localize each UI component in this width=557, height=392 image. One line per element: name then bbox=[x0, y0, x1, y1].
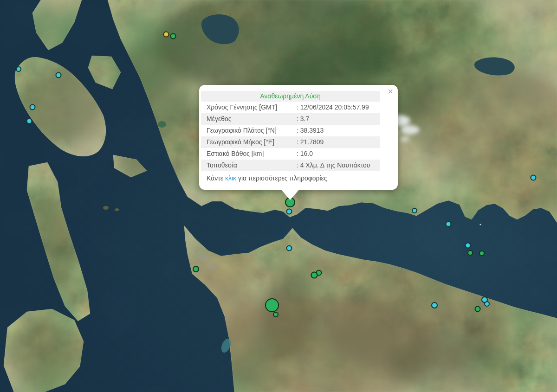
earthquake-marker[interactable] bbox=[431, 302, 438, 308]
popup-row-value: : 3.7 bbox=[297, 113, 309, 125]
map-viewport: × Αναθεωρημένη Λύση Χρόνος Γέννησης [GMT… bbox=[0, 0, 557, 392]
popup-row: Τοποθεσία: 4 Χλμ. Δ της Ναυπάκτου bbox=[201, 160, 380, 171]
earthquake-marker[interactable] bbox=[26, 118, 32, 124]
popup-row-label: Χρόνος Γέννησης [GMT] bbox=[207, 102, 297, 113]
earthquake-marker[interactable] bbox=[286, 209, 292, 215]
popup-footer: Κάντε κλικ για περισσότερες πληροφορίες bbox=[201, 171, 380, 184]
earthquake-marker[interactable] bbox=[286, 245, 292, 251]
earthquake-marker[interactable] bbox=[30, 104, 36, 110]
popup-row-value: : 12/06/2024 20:05:57.99 bbox=[297, 102, 369, 113]
earthquake-marker[interactable] bbox=[531, 175, 537, 181]
earthquake-marker[interactable] bbox=[481, 296, 488, 303]
popup-row-label: Γεωγραφικό Πλάτος [°N] bbox=[207, 125, 297, 136]
earthquake-marker[interactable] bbox=[170, 33, 176, 39]
earthquake-marker[interactable] bbox=[265, 298, 279, 312]
popup-row-value: : 38.3913 bbox=[297, 125, 324, 136]
popup-row-value: : 4 Χλμ. Δ της Ναυπάκτου bbox=[297, 160, 370, 171]
popup-tail bbox=[281, 189, 299, 200]
earthquake-marker[interactable] bbox=[465, 243, 471, 249]
popup-row: Μέγεθος: 3.7 bbox=[201, 113, 380, 125]
popup-row-label: Εστιακό Βάθος [km] bbox=[207, 148, 297, 160]
earthquake-marker[interactable] bbox=[163, 32, 169, 38]
earthquake-marker[interactable] bbox=[273, 312, 278, 317]
popup-row: Γεωγραφικό Μήκος [°E]: 21.7809 bbox=[201, 136, 380, 148]
earthquake-marker[interactable] bbox=[193, 266, 199, 272]
popup-row-value: : 21.7809 bbox=[297, 136, 324, 148]
footer-suffix: για περισσότερες πληροφορίες bbox=[236, 174, 327, 182]
popup-row-label: Γεωγραφικό Μήκος [°E] bbox=[207, 136, 297, 148]
earthquake-marker[interactable] bbox=[412, 208, 417, 213]
earthquake-marker[interactable] bbox=[311, 272, 318, 279]
popup-row-label: Μέγεθος bbox=[207, 113, 297, 125]
popup-title: Αναθεωρημένη Λύση bbox=[260, 91, 321, 102]
popup-row-value: : 16.0 bbox=[297, 148, 313, 160]
earthquake-marker[interactable] bbox=[16, 66, 21, 72]
details-link[interactable]: κλικ bbox=[225, 174, 236, 182]
earthquake-marker[interactable] bbox=[479, 251, 485, 256]
close-icon[interactable]: × bbox=[388, 87, 393, 96]
popup-title-row: Αναθεωρημένη Λύση bbox=[201, 91, 380, 102]
markers-layer bbox=[0, 0, 557, 392]
earthquake-popup: × Αναθεωρημένη Λύση Χρόνος Γέννησης [GMT… bbox=[199, 85, 398, 190]
popup-row-label: Τοποθεσία bbox=[207, 160, 297, 171]
earthquake-marker[interactable] bbox=[475, 306, 481, 312]
popup-row: Χρόνος Γέννησης [GMT]: 12/06/2024 20:05:… bbox=[201, 102, 380, 113]
footer-prefix: Κάντε bbox=[207, 174, 225, 182]
popup-row: Γεωγραφικό Πλάτος [°N]: 38.3913 bbox=[201, 125, 380, 136]
earthquake-marker[interactable] bbox=[467, 250, 473, 256]
popup-row: Εστιακό Βάθος [km]: 16.0 bbox=[201, 148, 380, 160]
earthquake-marker[interactable] bbox=[56, 72, 62, 78]
earthquake-marker[interactable] bbox=[446, 221, 452, 227]
